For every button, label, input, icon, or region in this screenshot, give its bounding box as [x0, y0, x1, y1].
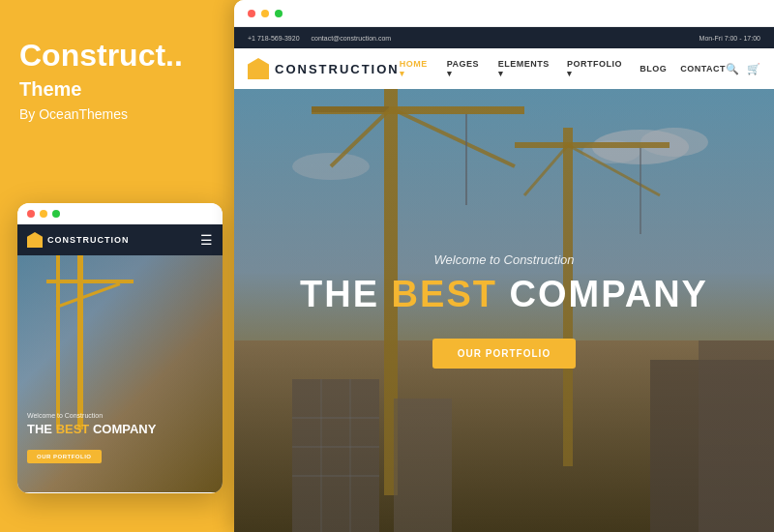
nav-icons: 🔍 🛒	[726, 63, 760, 75]
desktop-title-part1: THE	[300, 274, 392, 314]
mobile-mockup: CONSTRUCTION ☰ Welcome to Construction T…	[17, 203, 223, 493]
desktop-welcome-text: Welcome to Construction	[234, 252, 774, 267]
desktop-logo-area: CONSTRUCTION	[248, 58, 400, 79]
mobile-hero-content: Welcome to Construction THE BEST COMPANY…	[27, 412, 213, 463]
desktop-window-bar	[234, 0, 774, 27]
mobile-top-bar	[17, 203, 223, 224]
cart-icon[interactable]: 🛒	[747, 63, 760, 75]
desktop-dot-red	[248, 10, 255, 17]
dot-red	[27, 210, 35, 218]
dot-green	[52, 210, 60, 218]
desktop-nav-links: HOME ▾ PAGES ▾ ELEMENTS ▾ PORTFOLIO ▾ BL…	[400, 59, 726, 78]
desktop-title-accent: BEST	[392, 274, 497, 314]
mobile-crane-arm-1	[46, 280, 134, 283]
desktop-mockup: +1 718-569-3920 contact@construction.com…	[234, 0, 774, 532]
mobile-logo-icon	[27, 232, 43, 248]
desktop-cta-button[interactable]: OUR PORTFOLIO	[432, 339, 576, 369]
theme-title: Construct..	[19, 39, 221, 73]
desktop-logo-text: CONSTRUCTION	[275, 62, 400, 76]
mobile-logo-text: CONSTRUCTION	[47, 235, 130, 245]
desktop-topbar-info: +1 718-569-3920 contact@construction.com…	[234, 27, 774, 48]
mobile-hero: Welcome to Construction THE BEST COMPANY…	[17, 255, 223, 492]
desktop-hero-title: THE BEST COMPANY	[234, 275, 774, 315]
theme-subtitle: Theme	[19, 78, 221, 101]
nav-pages[interactable]: PAGES ▾	[447, 59, 485, 78]
desktop-logo-icon	[248, 58, 269, 79]
nav-contact[interactable]: CONTACT	[680, 64, 726, 74]
topbar-left: +1 718-569-3920 contact@construction.com	[248, 35, 391, 42]
topbar-email: contact@construction.com	[312, 35, 392, 42]
theme-author: By OceanThemes	[19, 106, 221, 122]
desktop-hero-content: Welcome to Construction THE BEST COMPANY…	[234, 252, 774, 369]
desktop-title-part2: COMPANY	[497, 274, 708, 314]
mobile-cta-button[interactable]: OUR PORTFOLIO	[27, 450, 102, 463]
desktop-hero: Welcome to Construction THE BEST COMPANY…	[234, 89, 774, 532]
nav-blog[interactable]: BLOG	[640, 64, 667, 74]
mobile-title-accent: BEST	[56, 422, 90, 436]
topbar-phone: +1 718-569-3920	[248, 35, 300, 42]
topbar-right: Mon-Fri 7:00 - 17:00	[700, 35, 760, 42]
mobile-title-part1: THE	[27, 422, 56, 436]
mobile-nav: CONSTRUCTION ☰	[17, 224, 223, 255]
hamburger-icon[interactable]: ☰	[200, 232, 213, 248]
desktop-dot-yellow	[261, 10, 269, 17]
mobile-hero-title: THE BEST COMPANY	[27, 422, 213, 437]
mobile-logo-area: CONSTRUCTION	[27, 232, 130, 248]
dot-yellow	[40, 210, 47, 218]
desktop-dot-green	[275, 10, 283, 17]
nav-elements[interactable]: ELEMENTS ▾	[498, 59, 553, 78]
nav-home[interactable]: HOME ▾	[400, 59, 433, 78]
topbar-hours: Mon-Fri 7:00 - 17:00	[700, 35, 760, 42]
nav-portfolio[interactable]: PORTFOLIO ▾	[567, 59, 626, 78]
desktop-main-nav: CONSTRUCTION HOME ▾ PAGES ▾ ELEMENTS ▾ P…	[234, 48, 774, 89]
search-icon[interactable]: 🔍	[726, 63, 739, 75]
mobile-title-part2: COMPANY	[89, 422, 156, 436]
mobile-welcome-text: Welcome to Construction	[27, 412, 213, 419]
